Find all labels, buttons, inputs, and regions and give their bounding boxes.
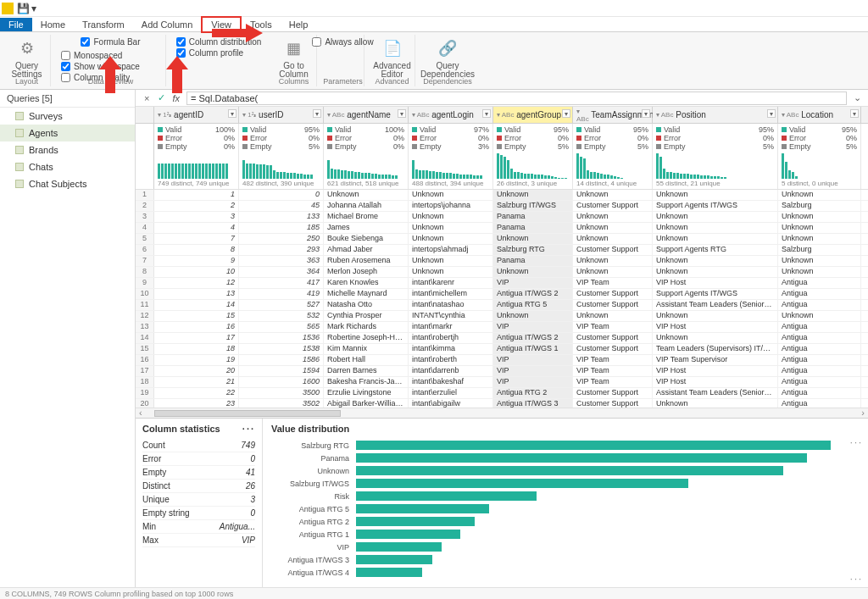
filter-dropdown-icon[interactable]: ▾ [562, 109, 570, 118]
table-row[interactable]: 2245Johanna Atallahintertops\johannaSalz… [136, 201, 868, 212]
cell: Antigua [778, 333, 861, 343]
table-row[interactable]: 110UnknownUnknownUnknownUnknownUnknownUn… [136, 190, 868, 201]
filter-dropdown-icon[interactable]: ▾ [228, 109, 236, 118]
menu-help[interactable]: Help [281, 18, 317, 31]
filter-dropdown-icon[interactable]: ▾ [313, 109, 321, 118]
cell: Support Agents IT/WGS [653, 201, 778, 211]
row-number: 14 [136, 333, 154, 343]
filter-dropdown-icon[interactable]: ▾ [850, 109, 859, 118]
query-item-chats[interactable]: Chats [0, 158, 135, 175]
table-icon [15, 112, 24, 120]
chk-formula-bar[interactable]: Formula Bar [81, 36, 140, 47]
cell: Karen Knowles [324, 278, 409, 288]
table-row[interactable]: 19223500Erzulie Livingstoneintant\erzuli… [136, 388, 868, 399]
scroll-right-icon[interactable]: › [861, 408, 865, 418]
query-item-surveys[interactable]: Surveys [0, 108, 135, 125]
row-number: 7 [136, 256, 154, 266]
table-row[interactable]: 16191586Robert Hallintant\roberthVIPVIP … [136, 355, 868, 366]
profile-cell: Valid100%Error0%Empty0%621 distinct, 518… [324, 124, 409, 189]
table-row[interactable]: 1316565Mark Richardsintant\markrVIPVIP T… [136, 322, 868, 333]
table-icon [15, 146, 24, 154]
table-row[interactable]: 33133Michael BromeUnknownPanamaUnknownUn… [136, 212, 868, 223]
table-row[interactable]: 79363Ruben ArosemenaUnknownPanamaUnknown… [136, 256, 868, 267]
save-icon[interactable]: 💾 [17, 3, 30, 14]
table-row[interactable]: 912417Karen Knowlesintant\karenrVIPVIP T… [136, 278, 868, 289]
table-row[interactable]: 1114527Natasha Ottointant\natashaoAntigu… [136, 300, 868, 311]
menu-add-column[interactable]: Add Column [133, 18, 202, 31]
horizontal-scrollbar[interactable]: › ‹ [136, 408, 868, 418]
column-header-userid[interactable]: ▾ 1²₃ userID▾ [239, 107, 324, 123]
menu-home[interactable]: Home [32, 18, 74, 31]
column-header-agentname[interactable]: ▾ ABc agentName▾ [324, 107, 409, 123]
cell: 293 [239, 245, 324, 255]
chk-show-whitespace[interactable]: Show whitespace [61, 61, 140, 72]
go-to-column-button[interactable]: ▦ Go to Column [274, 35, 313, 80]
data-grid[interactable]: 110UnknownUnknownUnknownUnknownUnknownUn… [136, 190, 868, 408]
column-header-agentid[interactable]: ▾ 1²₃ agentID▾ [154, 107, 239, 123]
cell: Unknown [653, 212, 778, 222]
chk-monospaced[interactable]: Monospaced [61, 50, 140, 61]
cell: Cynthia Prosper [324, 311, 409, 321]
stat-row: Unique3 [142, 493, 255, 507]
row-number: 19 [136, 388, 154, 398]
menu-tools[interactable]: Tools [242, 18, 281, 31]
dist-more-icon-2[interactable]: ··· [850, 574, 863, 584]
table-row[interactable]: 14171536Robertine Joseph-Henryintant\rob… [136, 333, 868, 344]
type-icon: ▾ ABc [497, 111, 514, 119]
column-header-location[interactable]: ▾ ABc Location▾ [778, 107, 861, 123]
close-icon[interactable]: × [139, 93, 154, 103]
cell: VIP [493, 322, 573, 332]
cell: Customer Support [573, 300, 653, 310]
dropdown-icon[interactable]: ⌄ [850, 92, 865, 103]
cell: VIP Team [573, 278, 653, 288]
table-row[interactable]: 1215532Cynthia ProsperINTANT\cynthiaUnkn… [136, 311, 868, 322]
query-dependencies-button[interactable]: 🔗 Query Dependencies [415, 35, 480, 80]
advanced-editor-button[interactable]: 📄 Advanced Editor [368, 35, 415, 80]
table-row[interactable]: 15181538Kim Mannixintant\kimmaAntigua IT… [136, 344, 868, 355]
table-row[interactable]: 17201594Darren Barnesintant\darrenbVIPVI… [136, 366, 868, 377]
table-row[interactable]: 44185JamesUnknownPanamaUnknownUnknownUnk… [136, 223, 868, 234]
dist-more-icon[interactable]: ··· [850, 437, 863, 447]
cell: Salzburg IT/WGS [493, 201, 573, 211]
query-item-brands[interactable]: Brands [0, 141, 135, 158]
menu-view[interactable]: View [201, 16, 242, 33]
cell: Unknown [653, 256, 778, 266]
cell: Salzburg RTG [493, 245, 573, 255]
table-row[interactable]: 68293Ahmad Jaberintertops\ahmadjSalzburg… [136, 245, 868, 256]
cell: Unknown [778, 223, 861, 233]
column-header-agentgroup[interactable]: ▾ ABc agentGroup▾ [493, 107, 573, 123]
filter-dropdown-icon[interactable]: ▾ [767, 109, 776, 118]
scroll-left-icon[interactable]: ‹ [139, 408, 142, 418]
chk-always-allow[interactable]: Always allow [312, 35, 373, 47]
cell: Unknown [653, 311, 778, 321]
cell: Bakesha Francis-James [324, 377, 409, 387]
filter-dropdown-icon[interactable]: ▾ [642, 109, 650, 118]
chk-column-profile[interactable]: Column profile [176, 47, 262, 58]
menu-file[interactable]: File [0, 18, 32, 31]
more-icon[interactable]: ··· [242, 424, 255, 434]
filter-dropdown-icon[interactable]: ▾ [482, 109, 491, 118]
table-corner[interactable] [136, 107, 154, 123]
table-row[interactable]: 57250Bouke SiebengaUnknownUnknownUnknown… [136, 234, 868, 245]
query-settings-button[interactable]: ⚙ Query Settings [6, 35, 47, 80]
check-icon[interactable]: ✓ [158, 92, 165, 103]
table-row[interactable]: 810364Merlon JosephUnknownUnknownUnknown… [136, 267, 868, 278]
dist-row: Antigua RTG 1 [271, 528, 860, 541]
filter-dropdown-icon[interactable]: ▾ [398, 109, 406, 118]
query-item-agents[interactable]: Agents [0, 125, 135, 141]
table-row[interactable]: 18211600Bakesha Francis-Jamesintant\bake… [136, 377, 868, 388]
dist-row: Risk [271, 490, 860, 502]
dist-row: Unknown [271, 464, 860, 477]
table-row[interactable]: 1013419Michelle Maynardintant\michellemA… [136, 289, 868, 300]
query-item-chat-subjects[interactable]: Chat Subjects [0, 175, 135, 192]
table-row[interactable]: 20233502Abigail Barker-Williamsintant\ab… [136, 399, 868, 408]
cell: Ruben Arosemena [324, 256, 409, 266]
formula-input[interactable]: = Sql.Database( [186, 92, 847, 105]
cell: intertops\ahmadj [409, 245, 493, 255]
menu-transform[interactable]: Transform [74, 18, 133, 31]
scroll-thumb[interactable] [154, 410, 341, 417]
chk-column-distribution[interactable]: Column distribution [176, 36, 262, 47]
column-header-position[interactable]: ▾ ABc Position▾ [653, 107, 778, 123]
column-header-agentlogin[interactable]: ▾ ABc agentLogin▾ [409, 107, 493, 123]
column-header-teamassignment[interactable]: ▾ ABc TeamAssignment▾ [573, 107, 653, 123]
